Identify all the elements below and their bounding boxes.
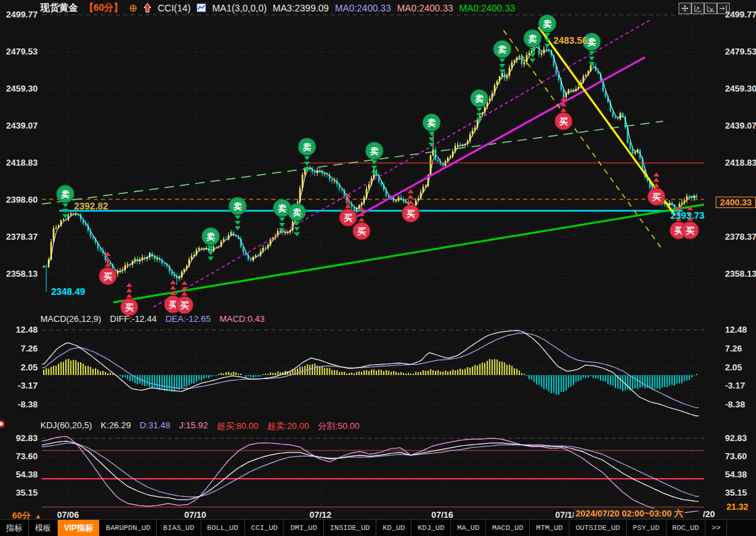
toolbar-item-cci_ud[interactable]: CCI_UD (245, 520, 285, 536)
down-triangle-icon (545, 44, 551, 48)
current-price-box: 2400.33 (716, 197, 756, 208)
buy-signal-badge[interactable]: 买 (353, 207, 370, 240)
kdj-header: KDJ(60,20,5) K:26.29 D:31.48 J:15.92 超买:… (40, 420, 359, 432)
up-triangle-icon (654, 172, 660, 176)
svg-text:卖: 卖 (61, 189, 70, 199)
down-triangle-icon (294, 232, 300, 236)
up-triangle-icon (676, 217, 682, 221)
svg-text:卖: 卖 (498, 44, 507, 55)
goto-latest-icon[interactable] (717, 3, 730, 14)
circle-plus-icon[interactable]: ⊕ (129, 3, 138, 13)
macd-dea-value: DEA:-12.65 (166, 314, 211, 324)
down-triangle-icon (372, 160, 378, 164)
kdj-oversold-value: 超卖:20.00 (267, 420, 309, 432)
toolbar-item-barupdn_ud[interactable]: BARUPDN_UD (100, 520, 157, 536)
macd-name: MACD(26,12,9) (40, 314, 101, 324)
trading-app-window: 卖卖卖卖卖卖卖卖卖卖卖卖卖买买买买买买买买买买买 现货黄金 【60分】 ⊕ CC… (0, 0, 756, 536)
up-triangle-icon (408, 195, 414, 199)
toolbar-item-vip指标[interactable]: VIP指标 (58, 520, 100, 536)
kdj-d-line (42, 443, 699, 497)
kdj-overbought-value: 超买:80.00 (217, 420, 259, 432)
svg-text:卖: 卖 (303, 142, 312, 152)
buy-signal-badge[interactable]: 买 (402, 189, 419, 222)
axis-scale-icon[interactable] (691, 3, 704, 14)
chart-header: 现货黄金 【60分】 ⊕ CCI(14) MA1(3,0,0,0) MA3:23… (40, 2, 515, 13)
toolbar-item-boll_ud[interactable]: BOLL_UD (201, 520, 245, 536)
svg-text:卖: 卖 (207, 232, 215, 242)
sell-signal-badge[interactable]: 卖 (583, 33, 600, 66)
chart-canvas: 卖卖卖卖卖卖卖卖卖卖卖卖卖买买买买买买买买买买买 (0, 0, 756, 536)
toolbar-item-ma_ud[interactable]: MA_UD (451, 520, 486, 536)
down-triangle-icon (235, 226, 241, 230)
macd-header: MACD(26,12,9) DIFF:-12.44 DEA:-12.65 MAC… (40, 314, 265, 324)
buy-signal-badge[interactable]: 买 (648, 172, 665, 205)
toolbar-item-roc_ud[interactable]: ROC_UD (666, 520, 706, 536)
crosshair-time-info: 2024/07/20 02:00~03:00 六 (574, 508, 685, 519)
sell-signal-badge[interactable]: 卖 (423, 114, 440, 147)
sell-signal-badge[interactable]: 卖 (298, 138, 316, 171)
timeframe-label[interactable]: 【60分】 (84, 2, 123, 14)
sell-signal-badge[interactable]: 卖 (202, 228, 219, 261)
kdj-j-value: J:15.92 (179, 420, 208, 432)
up-triangle-icon (561, 97, 567, 101)
up-triangle-icon (408, 189, 414, 193)
ma0-value-2: MA0:2400.33 (397, 3, 453, 13)
toolbar-item-kdj_ud[interactable]: KDJ_UD (411, 520, 451, 536)
up-triangle-icon (170, 280, 176, 284)
toolbar-item-inside_ud[interactable]: INSIDE_UD (324, 520, 376, 536)
up-arrow-icon (143, 3, 151, 13)
up-triangle-icon (561, 108, 567, 112)
svg-text:卖: 卖 (543, 19, 552, 29)
down-triangle-icon (530, 59, 536, 63)
kdj-divide-value: 分割:50.00 (318, 420, 359, 432)
kdj-j-line (42, 436, 699, 513)
down-triangle-icon (208, 251, 214, 255)
down-triangle-icon (235, 215, 241, 220)
up-triangle-icon (182, 292, 188, 296)
svg-text:买: 买 (357, 226, 366, 236)
up-triangle-icon (127, 288, 133, 292)
macd-diff-line (42, 331, 699, 416)
yellow-dashed-trend[interactable] (504, 30, 663, 250)
toolbar-item-kd_ud[interactable]: KD_UD (376, 520, 411, 536)
indicator-name: CCI(14) (158, 3, 191, 13)
move-tool-icon[interactable] (679, 3, 691, 14)
magenta-dashed-trend[interactable] (153, 20, 650, 307)
chart-type-icon[interactable] (197, 3, 206, 12)
toolbar-item-macd_ud[interactable]: MACD_UD (486, 520, 530, 536)
down-triangle-icon (589, 57, 595, 61)
svg-text:买: 买 (686, 226, 695, 236)
sell-signal-badge[interactable]: 卖 (229, 197, 246, 230)
toolbar-item-outside_ud[interactable]: OUTSIDE_UD (570, 520, 627, 536)
svg-text:买: 买 (407, 209, 415, 219)
toolbar-item-dmi_ud[interactable]: DMI_UD (284, 520, 324, 536)
svg-text:卖: 卖 (588, 37, 596, 47)
gridlines (42, 15, 704, 508)
kdj-name: KDJ(60,20,5) (40, 420, 92, 432)
toolbar-item-[interactable]: >> (706, 520, 727, 536)
sell-signal-badge[interactable]: 卖 (493, 40, 511, 73)
up-triangle-icon (127, 294, 133, 298)
svg-text:买: 买 (652, 192, 661, 202)
toolbar-item-psy_ud[interactable]: PSY_UD (627, 520, 666, 536)
toolbar-item-指标[interactable]: 指标 (0, 520, 29, 536)
macd-diff-value: DIFF:-12.44 (110, 314, 156, 324)
toolbar-item-mtm_ud[interactable]: MTM_UD (530, 520, 570, 536)
sell-signal-badge[interactable]: 卖 (273, 199, 291, 232)
down-triangle-icon (294, 227, 300, 231)
svg-text:卖: 卖 (370, 146, 379, 156)
svg-text:卖: 卖 (475, 94, 484, 104)
kdj-panel (42, 436, 704, 513)
trend-lines (42, 20, 715, 307)
ma-settings-label: MA1(3,0,0,0) (212, 3, 267, 13)
down-triangle-icon (500, 64, 506, 68)
down-triangle-icon (279, 217, 285, 222)
buy-signal-badge[interactable]: 买 (99, 252, 116, 285)
toolbar-item-模板[interactable]: 模板 (29, 520, 58, 536)
indicator-toolbar: 指标模板VIP指标BARUPDN_UDBIAS_UDBOLL_UDCCI_UDD… (0, 519, 756, 536)
chart-pan-icon[interactable] (704, 3, 717, 14)
buy-signal-badge[interactable]: 买 (681, 206, 699, 239)
toolbar-item-bias_ud[interactable]: BIAS_UD (157, 520, 201, 536)
svg-text:卖: 卖 (293, 207, 302, 217)
svg-text:卖: 卖 (278, 203, 287, 213)
